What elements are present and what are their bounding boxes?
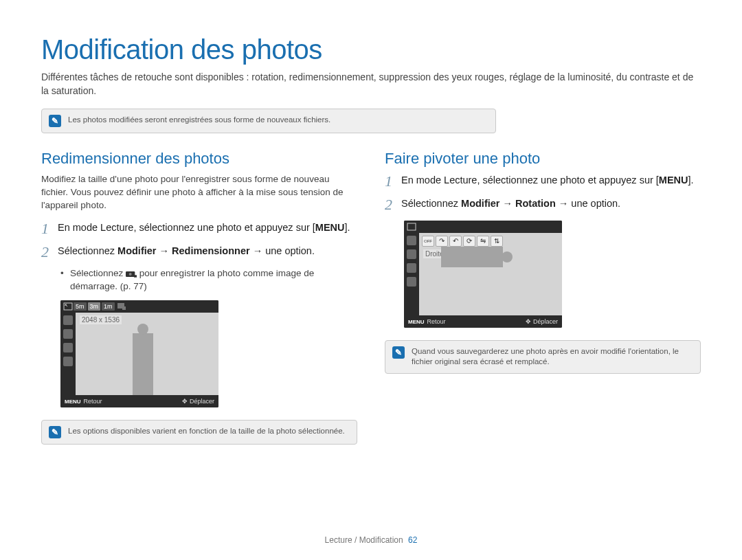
rotate-lcd-screenshot: OFF ↷ ↶ ⟳ ⇋ ⇅ Droite (90°) MENURetour ✥ … — [404, 221, 562, 328]
side-icon — [407, 249, 416, 259]
rotate-note-box: ✎ Quand vous sauvegarderez une photo apr… — [385, 340, 701, 374]
side-icon — [407, 236, 416, 245]
arrow: → — [156, 245, 172, 256]
step-text: → une option. — [250, 245, 315, 256]
resize-heading: Redimensionner des photos — [41, 150, 357, 168]
size-option: 5m — [74, 302, 87, 311]
flip-v-icon: ⇅ — [491, 236, 503, 247]
step-body: En mode Lecture, sélectionnez une photo … — [58, 221, 350, 235]
step-number: 2 — [385, 197, 401, 213]
resize-bullet: • Sélectionnez pour enregistrer la photo… — [60, 267, 357, 293]
lcd-canvas: OFF ↷ ↶ ⟳ ⇋ ⇅ Droite (90°) — [419, 233, 562, 315]
person-silhouette — [133, 333, 153, 395]
menu-path: Rotation — [515, 198, 556, 209]
flip-h-icon: ⇋ — [477, 236, 489, 247]
side-icon — [63, 357, 73, 366]
top-note-box: ✎ Les photos modifiées seront enregistré… — [41, 109, 496, 133]
move-hint: ✥ Déplacer — [526, 318, 558, 325]
rotate-step-1: 1 En mode Lecture, sélectionnez une phot… — [385, 173, 701, 190]
startup-option-icon — [117, 302, 126, 311]
lcd-bottom-bar: MENURetour ✥ Déplacer — [404, 315, 562, 328]
size-option-selected: 3m — [88, 302, 101, 311]
move-label: Déplacer — [190, 398, 214, 405]
column-rotate: Faire pivoter une photo 1 En mode Lectur… — [385, 150, 701, 461]
lcd-sidebar — [60, 313, 76, 395]
step-text: En mode Lecture, sélectionnez une photo … — [401, 175, 659, 186]
back-label: Retour — [84, 398, 102, 405]
step-text: → une option. — [556, 198, 620, 209]
lcd-main: OFF ↷ ↶ ⟳ ⇋ ⇅ Droite (90°) — [404, 233, 562, 315]
lcd-top-bar: 5m 3m 1m — [60, 300, 218, 313]
note-icon: ✎ — [49, 115, 61, 127]
page-title: Modification des photos — [41, 34, 701, 65]
resize-step-2: 2 Sélectionnez Modifier → Redimensionner… — [41, 244, 357, 260]
resize-note-box: ✎ Les options disponibles varient en fon… — [41, 420, 357, 445]
size-option: 1m — [102, 302, 115, 311]
step-number: 1 — [41, 221, 58, 237]
two-columns: Redimensionner des photos Modifiez la ta… — [41, 150, 701, 461]
step-text: ]. — [688, 175, 694, 186]
step-number: 2 — [41, 244, 58, 260]
rotate-180-icon: ⟳ — [463, 236, 475, 247]
lcd-top-bar — [404, 221, 562, 233]
svg-rect-6 — [407, 223, 416, 230]
menu-path: Modifier — [461, 198, 499, 209]
rotation-off-icon: OFF — [422, 236, 434, 247]
step-text: Sélectionnez — [58, 245, 117, 256]
rotate-note-text: Quand vous sauvegarderez une photo après… — [412, 346, 693, 368]
bullet-text-a: Sélectionnez — [70, 268, 126, 278]
lcd-sidebar — [404, 233, 419, 315]
rotate-left-icon: ↶ — [449, 236, 462, 247]
resize-note-text: Les options disponibles varient en fonct… — [68, 426, 345, 437]
top-note-text: Les photos modifiées seront enregistrées… — [68, 115, 330, 126]
rotate-heading: Faire pivoter une photo — [385, 150, 701, 168]
menu-tag: MENU — [408, 319, 425, 325]
bullet-dot: • — [60, 267, 70, 293]
note-icon: ✎ — [49, 426, 61, 438]
rotate-right-icon: ↷ — [436, 236, 448, 247]
resolution-label: 2048 x 1536 — [80, 315, 122, 324]
move-label: Déplacer — [533, 318, 558, 325]
side-icon — [63, 329, 73, 339]
svg-rect-2 — [134, 275, 137, 277]
page-footer: Lecture / Modification 62 — [0, 535, 742, 545]
back-label: Retour — [427, 318, 446, 325]
side-icon — [407, 277, 416, 287]
step-body: Sélectionnez Modifier → Rotation → une o… — [401, 197, 620, 211]
move-hint: ✥ Déplacer — [182, 398, 214, 405]
step-body: Sélectionnez Modifier → Redimensionner →… — [58, 244, 315, 258]
resize-intro: Modifiez la taille d'une photo pour l'en… — [41, 173, 357, 212]
side-icon — [63, 315, 73, 325]
bullet-text: Sélectionnez pour enregistrer la photo c… — [70, 267, 357, 293]
resize-step-1: 1 En mode Lecture, sélectionnez une phot… — [41, 221, 357, 237]
step-text: Sélectionnez — [401, 198, 461, 209]
footer-section: Lecture / Modification — [325, 535, 403, 545]
back-hint: MENURetour — [408, 318, 446, 325]
svg-rect-3 — [64, 303, 72, 310]
rotation-icons-row: OFF ↷ ↶ ⟳ ⇋ ⇅ — [422, 236, 562, 247]
step-text: ]. — [345, 222, 350, 233]
side-icon — [407, 263, 416, 273]
menu-label: MENU — [315, 222, 345, 233]
resize-icon — [63, 302, 73, 311]
note-icon: ✎ — [392, 346, 405, 359]
step-text: En mode Lecture, sélectionnez une photo … — [58, 222, 315, 233]
menu-label: MENU — [659, 175, 688, 186]
page-number: 62 — [408, 535, 417, 545]
menu-path: Redimensionner — [172, 245, 250, 256]
lcd-bottom-bar: MENURetour ✥ Déplacer — [60, 395, 218, 407]
resize-lcd-screenshot: 5m 3m 1m 2048 x 1536 — [60, 300, 218, 407]
column-resize: Redimensionner des photos Modifiez la ta… — [41, 150, 357, 461]
lcd-canvas: 2048 x 1536 — [76, 313, 218, 395]
page-intro: Différentes tâches de retouche sont disp… — [41, 71, 701, 98]
step-number: 1 — [385, 173, 401, 190]
back-hint: MENURetour — [65, 398, 102, 405]
menu-tag: MENU — [65, 399, 81, 405]
step-body: En mode Lecture, sélectionnez une photo … — [401, 173, 694, 188]
manual-page: Modification des photos Différentes tâch… — [0, 0, 742, 560]
svg-point-1 — [129, 273, 132, 276]
rotate-step-2: 2 Sélectionnez Modifier → Rotation → une… — [385, 197, 701, 213]
svg-rect-5 — [122, 306, 126, 310]
startup-image-icon — [126, 270, 137, 278]
person-silhouette-rotated — [441, 247, 503, 267]
